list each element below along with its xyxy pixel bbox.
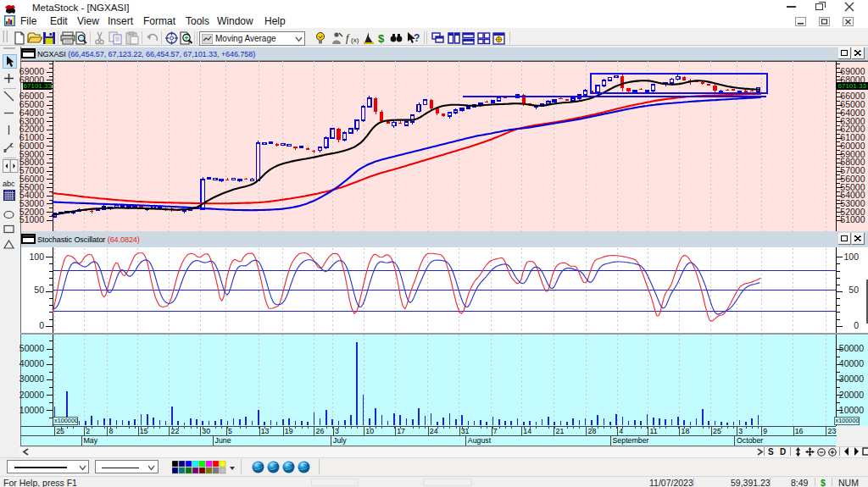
svg-text:67101.33: 67101.33	[24, 82, 53, 90]
svg-text:October: October	[737, 436, 763, 445]
svg-text:May: May	[84, 436, 98, 445]
svg-text:Stochastic Oscillator (64.0824: Stochastic Oscillator (64.0824)	[37, 235, 140, 244]
svg-text:100: 100	[843, 252, 859, 262]
svg-text:25: 25	[56, 427, 64, 435]
svg-text:30000: 30000	[839, 374, 864, 384]
svg-text:40000: 40000	[839, 358, 864, 368]
svg-text:26: 26	[316, 427, 325, 435]
svg-text:NGXASI (66,454.57, 67,123.22,: NGXASI (66,454.57, 67,123.22, 66,454.57,…	[37, 50, 255, 58]
svg-text:28: 28	[588, 427, 597, 435]
svg-text:September: September	[613, 436, 649, 445]
svg-text:June: June	[215, 436, 231, 445]
svg-text:25: 25	[713, 427, 721, 435]
svg-text:20000: 20000	[19, 390, 44, 400]
svg-text:10: 10	[365, 427, 374, 435]
svg-text:4: 4	[619, 427, 623, 435]
svg-text:16: 16	[795, 427, 804, 435]
svg-text:22: 22	[171, 427, 180, 435]
svg-text:19: 19	[285, 427, 293, 435]
svg-text:July: July	[333, 436, 347, 445]
svg-text:20000: 20000	[839, 390, 864, 400]
svg-text:5: 5	[228, 427, 232, 435]
svg-text:15: 15	[140, 427, 148, 435]
svg-text:17: 17	[397, 427, 405, 435]
svg-text:50000: 50000	[839, 343, 864, 353]
svg-text:x100000: x100000	[54, 417, 78, 424]
svg-text:67101.33: 67101.33	[838, 82, 867, 90]
svg-text:August: August	[468, 436, 492, 445]
svg-text:23: 23	[828, 427, 837, 435]
svg-text:0: 0	[854, 320, 859, 330]
svg-text:21: 21	[556, 427, 565, 435]
svg-text:2: 2	[86, 427, 90, 435]
svg-text:8: 8	[109, 427, 114, 435]
svg-text:7: 7	[493, 427, 498, 435]
svg-text:50: 50	[849, 285, 859, 295]
svg-text:50: 50	[34, 285, 44, 295]
svg-text:24: 24	[430, 427, 438, 435]
svg-text:0: 0	[39, 320, 44, 330]
svg-text:51000: 51000	[840, 214, 865, 224]
svg-text:51000: 51000	[19, 214, 44, 224]
svg-text:3: 3	[335, 427, 339, 435]
svg-text:14: 14	[523, 427, 531, 435]
svg-text:10000: 10000	[19, 405, 44, 415]
svg-text:31: 31	[461, 427, 470, 435]
svg-text:18: 18	[682, 427, 690, 435]
svg-text:50000: 50000	[19, 343, 44, 353]
svg-text:x100000: x100000	[836, 417, 860, 424]
svg-text:11: 11	[650, 427, 658, 435]
svg-text:30: 30	[202, 427, 210, 435]
svg-text:30000: 30000	[19, 374, 44, 384]
svg-text:10000: 10000	[839, 405, 864, 415]
svg-text:13: 13	[261, 427, 270, 435]
svg-text:3: 3	[738, 427, 743, 435]
svg-text:40000: 40000	[19, 358, 44, 368]
svg-text:100: 100	[29, 252, 44, 262]
svg-text:9: 9	[763, 427, 767, 435]
